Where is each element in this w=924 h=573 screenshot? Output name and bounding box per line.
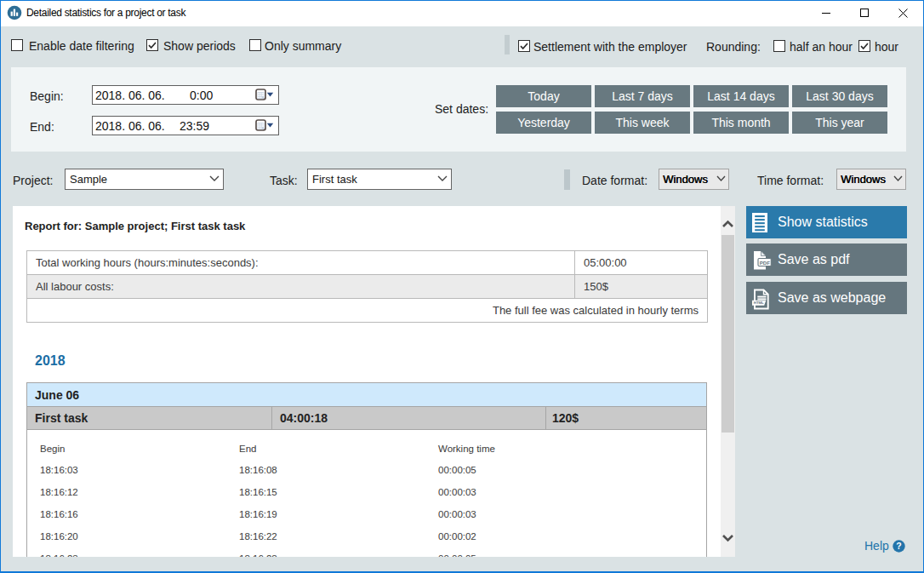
svg-text:HTML: HTML bbox=[754, 301, 764, 305]
svg-text:PDF: PDF bbox=[760, 261, 770, 266]
svg-text:?: ? bbox=[896, 541, 901, 551]
